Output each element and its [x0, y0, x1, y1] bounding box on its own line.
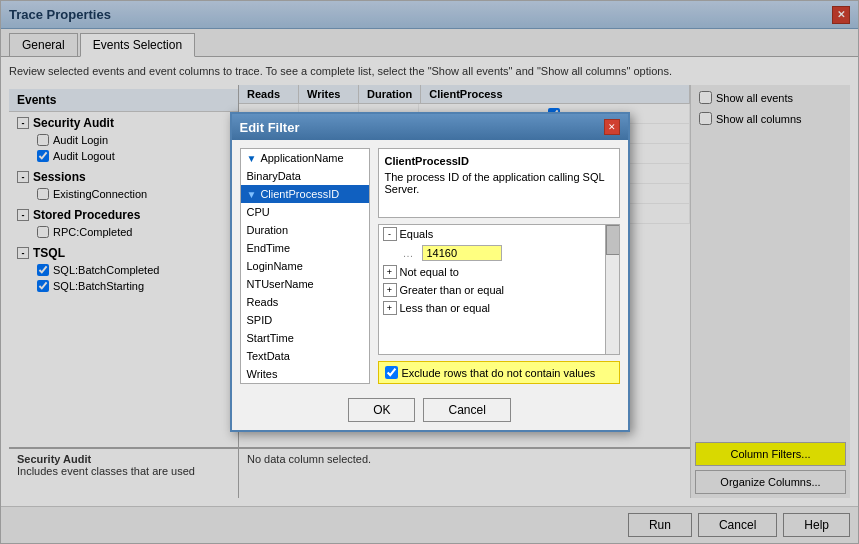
modal-title: Edit Filter	[240, 120, 300, 135]
greater-equal-label: Greater than or equal	[400, 284, 505, 296]
scrollbar-thumb	[606, 225, 620, 255]
modal-overlay: Edit Filter ✕ ▼ ApplicationName BinaryDa…	[1, 1, 858, 543]
filter-icon-clientprocessid: ▼	[247, 189, 257, 200]
filter-item-writes[interactable]: Writes	[241, 365, 369, 383]
filter-equals-row[interactable]: - Equals	[379, 225, 619, 243]
exclude-label: Exclude rows that do not contain values	[402, 367, 596, 379]
modal-buttons: OK Cancel	[232, 392, 628, 430]
filter-item-clientprocessid[interactable]: ▼ ClientProcessID	[241, 185, 369, 203]
filter-cancel-button[interactable]: Cancel	[423, 398, 510, 422]
less-equal-label: Less than or equal	[400, 302, 491, 314]
filter-item-duration[interactable]: Duration	[241, 221, 369, 239]
filter-description-box: ClientProcessID The process ID of the ap…	[378, 148, 620, 218]
filter-item-endtime[interactable]: EndTime	[241, 239, 369, 257]
scrollbar[interactable]	[605, 225, 619, 354]
filter-item-loginname[interactable]: LoginName	[241, 257, 369, 275]
main-window: Trace Properties ✕ General Events Select…	[0, 0, 859, 544]
filter-item-applicationname[interactable]: ▼ ApplicationName	[241, 149, 369, 167]
modal-title-bar: Edit Filter ✕	[232, 114, 628, 140]
filter-item-binarydata[interactable]: BinaryData	[241, 167, 369, 185]
expand-greater-equal-icon[interactable]: +	[383, 283, 397, 297]
exclude-checkbox[interactable]	[385, 366, 398, 379]
filter-item-spid[interactable]: SPID	[241, 311, 369, 329]
filter-icon-applicationname: ▼	[247, 153, 257, 164]
filter-list: ▼ ApplicationName BinaryData ▼ ClientPro…	[240, 148, 370, 384]
filter-item-cpu[interactable]: CPU	[241, 203, 369, 221]
filter-greater-equal-row[interactable]: + Greater than or equal	[379, 281, 619, 299]
filter-desc-title: ClientProcessID	[385, 155, 613, 167]
not-equal-label: Not equal to	[400, 266, 459, 278]
filter-values-box: - Equals … + Not equal to	[378, 224, 620, 355]
expand-equals-icon[interactable]: -	[383, 227, 397, 241]
equals-dots: …	[403, 247, 414, 259]
filter-less-equal-row[interactable]: + Less than or equal	[379, 299, 619, 317]
filter-not-equal-row[interactable]: + Not equal to	[379, 263, 619, 281]
filter-right-panel: ClientProcessID The process ID of the ap…	[378, 148, 620, 384]
equals-value-input[interactable]	[422, 245, 502, 261]
equals-label: Equals	[400, 228, 434, 240]
expand-less-equal-icon[interactable]: +	[383, 301, 397, 315]
exclude-row: Exclude rows that do not contain values	[378, 361, 620, 384]
filter-item-starttime[interactable]: StartTime	[241, 329, 369, 347]
filter-ok-button[interactable]: OK	[348, 398, 415, 422]
edit-filter-modal: Edit Filter ✕ ▼ ApplicationName BinaryDa…	[230, 112, 630, 432]
filter-equals-value-row: …	[379, 243, 619, 263]
filter-item-textdata[interactable]: TextData	[241, 347, 369, 365]
filter-item-reads[interactable]: Reads	[241, 293, 369, 311]
modal-body: ▼ ApplicationName BinaryData ▼ ClientPro…	[232, 140, 628, 392]
modal-close-button[interactable]: ✕	[604, 119, 620, 135]
filter-item-ntusername[interactable]: NTUserName	[241, 275, 369, 293]
filter-desc-body: The process ID of the application callin…	[385, 171, 613, 195]
expand-not-equal-icon[interactable]: +	[383, 265, 397, 279]
